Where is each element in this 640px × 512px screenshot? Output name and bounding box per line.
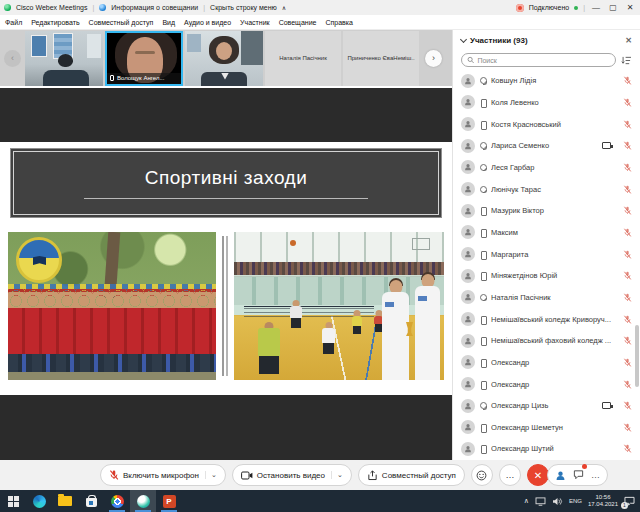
participant-row[interactable]: Максим <box>453 222 640 244</box>
shelf-decor <box>241 31 263 65</box>
scrollbar-thumb[interactable] <box>635 325 639 387</box>
webex-taskbar-button[interactable] <box>130 490 156 512</box>
panel-options-button[interactable]: … <box>591 470 600 480</box>
start-button[interactable] <box>0 490 26 512</box>
meeting-info-button[interactable]: Информация о совещании <box>111 4 198 11</box>
minimize-button[interactable]: — <box>590 3 602 12</box>
participant-name: Леся Гарбар <box>491 163 619 172</box>
participant-name: Максим <box>491 228 619 237</box>
menu-item[interactable]: Файл <box>5 19 22 26</box>
scroll-right-button[interactable]: › <box>425 50 442 67</box>
name-tile[interactable]: Наталія Пасічник <box>265 31 341 86</box>
maximize-button[interactable]: ▢ <box>607 3 619 12</box>
system-tray: ∧ ENG 10:56 17.04.2021 1 <box>524 494 640 508</box>
volume-icon[interactable] <box>552 497 563 506</box>
windows-logo-icon <box>8 496 19 507</box>
menu-item[interactable]: Совещание <box>279 19 317 26</box>
search-input[interactable] <box>477 57 610 64</box>
avatar <box>461 160 475 174</box>
participant-row[interactable]: Наталія Пасічник <box>453 287 640 309</box>
device-icon <box>479 206 487 215</box>
powerpoint-taskbar-button[interactable]: P <box>156 490 182 512</box>
edge-taskbar-button[interactable] <box>26 490 52 512</box>
participant-row[interactable]: Мазурик Віктор <box>453 200 640 222</box>
menu-item[interactable]: Вид <box>162 19 175 26</box>
chevron-up-icon: ∧ <box>282 4 286 11</box>
camera-icon <box>241 471 253 480</box>
participant-row[interactable]: Олександр <box>453 373 640 395</box>
leave-meeting-button[interactable]: ✕ <box>527 464 549 486</box>
search-box[interactable] <box>461 53 616 67</box>
network-icon[interactable] <box>535 497 546 506</box>
participant-row[interactable]: Ковшун Лідія <box>453 70 640 92</box>
name-tile[interactable]: Приниченко ЄваНеміш.. <box>343 31 419 86</box>
store-taskbar-button[interactable] <box>78 490 104 512</box>
video-thumbnail-selected[interactable]: Волощук Ангел... <box>105 31 183 86</box>
video-dropdown-chevron[interactable]: ⌄ <box>331 471 343 479</box>
participant-row[interactable]: Лариса Семенко <box>453 135 640 157</box>
participant-video-label: Волощук Ангел... <box>107 73 181 84</box>
menu-item[interactable]: Аудио и видео <box>184 19 231 26</box>
participant-row[interactable]: Міняжетдінов Юрій <box>453 265 640 287</box>
shared-screen: Спортивні заходи <box>0 86 452 460</box>
action-center-button[interactable]: 1 <box>624 496 635 507</box>
share-button[interactable]: Совместный доступ <box>358 464 465 486</box>
participant-row[interactable]: Олександр <box>453 352 640 374</box>
stop-video-button[interactable]: Остановить видео ⌄ <box>232 464 352 486</box>
participant-row[interactable]: Олександр Шутий <box>453 438 640 460</box>
participant-row[interactable]: Люнічук Тарас <box>453 178 640 200</box>
participant-row[interactable]: Олександр Шеметун <box>453 417 640 439</box>
muted-mic-icon <box>623 423 632 432</box>
scroll-left-button[interactable]: ‹ <box>4 50 21 67</box>
menu-item[interactable]: Редактировать <box>31 19 79 26</box>
language-label[interactable]: ENG <box>569 498 582 504</box>
participant-name: Люнічук Тарас <box>491 185 619 194</box>
more-options-button[interactable]: … <box>499 464 521 486</box>
chat-button[interactable] <box>573 466 584 484</box>
menu-item[interactable]: Справка <box>325 19 352 26</box>
crowd-decor <box>8 354 216 372</box>
tray-time: 10:56 <box>595 494 610 500</box>
reactions-button[interactable] <box>471 464 493 486</box>
ball-decor <box>290 240 296 246</box>
participant-row[interactable]: Немішаївський фаховий коледж ... <box>453 330 640 352</box>
menu-item[interactable]: Участник <box>240 19 270 26</box>
explorer-taskbar-button[interactable] <box>52 490 78 512</box>
camera-indicator-icon <box>602 142 611 149</box>
sort-icon[interactable] <box>621 56 632 65</box>
device-icon <box>479 76 487 85</box>
tile-name-label: Наталія Пасічник <box>279 55 327 61</box>
tray-chevron-icon[interactable]: ∧ <box>524 497 529 505</box>
muted-mic-icon <box>623 141 632 150</box>
unmute-button[interactable]: Включить микрофон ⌄ <box>100 464 226 486</box>
participant-row[interactable]: Олександр Цизь <box>453 395 640 417</box>
tile-name-label: Приниченко ЄваНеміш.. <box>347 55 414 61</box>
menu-item[interactable]: Совместный доступ <box>89 19 154 26</box>
avatar <box>461 290 475 304</box>
chrome-taskbar-button[interactable] <box>104 490 130 512</box>
participant-row[interactable]: Коля Левенко <box>453 92 640 114</box>
participant-row[interactable]: Маргарита <box>453 243 640 265</box>
meeting-info-icon <box>99 4 106 11</box>
clock[interactable]: 10:56 17.04.2021 <box>588 494 618 508</box>
participant-row[interactable]: Немішаївський коледж Криворуч... <box>453 308 640 330</box>
close-button[interactable]: ✕ <box>624 3 636 12</box>
video-thumbnail[interactable] <box>185 31 263 86</box>
close-panel-button[interactable]: ✕ <box>625 36 632 45</box>
video-thumbnail[interactable] <box>25 31 103 86</box>
collapse-chevron-icon[interactable] <box>460 35 467 42</box>
photo-volleyball-gym <box>234 232 444 380</box>
control-bar: Включить микрофон ⌄ Остановить видео ⌄ С… <box>0 460 640 490</box>
participant-row[interactable]: Леся Гарбар <box>453 157 640 179</box>
device-icon <box>479 401 487 410</box>
participant-row[interactable]: Костя Красновський <box>453 113 640 135</box>
participant-name: Олександр <box>491 358 619 367</box>
device-icon <box>479 98 487 107</box>
mic-dropdown-chevron[interactable]: ⌄ <box>205 471 217 479</box>
muted-mic-icon <box>623 401 632 410</box>
avatar <box>461 95 475 109</box>
participants-toggle-icon[interactable] <box>555 470 566 481</box>
close-icon: ✕ <box>534 470 542 481</box>
smiley-icon <box>476 470 487 481</box>
hide-menubar-button[interactable]: Скрыть строку меню <box>210 4 277 11</box>
